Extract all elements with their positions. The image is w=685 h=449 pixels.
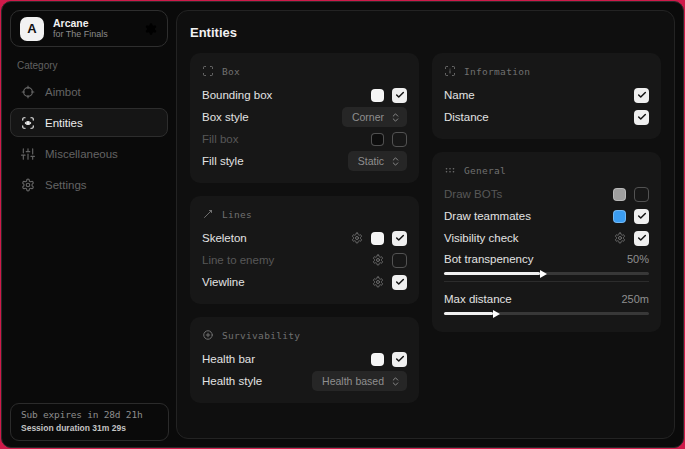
row-label: Draw BOTs (444, 188, 502, 200)
brand-title: Arcane (53, 17, 108, 29)
brand-card: A Arcane for The Finals (10, 10, 168, 47)
gear-icon[interactable] (144, 22, 158, 36)
row-label: Fill style (202, 155, 244, 167)
card-title: Survivability (222, 330, 300, 341)
dropdown-box-style[interactable]: Corner (342, 107, 407, 127)
sidebar-item-settings[interactable]: Settings (10, 170, 168, 199)
gear-icon[interactable] (614, 232, 626, 244)
row-label: Health style (202, 375, 262, 387)
color-swatch[interactable] (371, 89, 384, 102)
row-label: Distance (444, 111, 489, 123)
slider-fill (444, 312, 493, 315)
health-cross-icon (202, 329, 214, 341)
row-label: Viewline (202, 276, 245, 288)
card-header: Box (202, 65, 407, 77)
app-window: A Arcane for The Finals Category AimbotE… (1, 1, 684, 448)
row-controls (351, 231, 407, 246)
checkbox[interactable] (392, 275, 407, 290)
sliders-icon (21, 147, 35, 161)
sidebar-item-label: Aimbot (45, 86, 81, 98)
setting-row: Fill styleStatic (202, 150, 407, 172)
checkbox[interactable] (392, 253, 407, 268)
slider-value: 50% (627, 253, 649, 265)
gear-icon[interactable] (372, 276, 384, 288)
sidebar-item-aimbot[interactable]: Aimbot (10, 77, 168, 106)
crosshair-icon (21, 85, 35, 99)
color-swatch[interactable] (371, 232, 384, 245)
checkbox[interactable] (392, 352, 407, 367)
slider-label-row: Max distance250m (444, 290, 649, 308)
color-swatch[interactable] (371, 353, 384, 366)
dropdown-health-style[interactable]: Health based (312, 371, 407, 391)
main-panel: Entities BoxBounding boxBox styleCornerF… (176, 10, 675, 439)
grid-dots-icon (444, 164, 456, 176)
sidebar-item-entities[interactable]: Entities (10, 108, 168, 137)
card-header: Information (444, 65, 649, 77)
checkbox[interactable] (634, 231, 649, 246)
color-swatch[interactable] (613, 210, 626, 223)
setting-row: Draw teammates (444, 205, 649, 227)
row-label: Max distance (444, 293, 512, 305)
gear-icon[interactable] (351, 232, 363, 244)
category-label: Category (17, 60, 168, 71)
sub-expiry-text: Sub expires in 28d 21h (21, 409, 158, 420)
card-header: Lines (202, 208, 407, 220)
checkbox[interactable] (392, 132, 407, 147)
setting-row: Name (444, 84, 649, 106)
setting-row: Viewline (202, 271, 407, 293)
scan-info-icon (444, 65, 456, 77)
brand-initial: A (27, 21, 36, 36)
row-controls (372, 253, 407, 268)
row-controls (613, 187, 649, 202)
brand-subtitle: for The Finals (53, 29, 108, 39)
slider-row-5: Max distance250m (444, 290, 649, 315)
session-duration-text: Session duration 31m 29s (21, 423, 158, 433)
card-title: General (464, 165, 506, 176)
slider-value: 250m (621, 293, 649, 305)
slider-label-row: Bot transpenency50% (444, 250, 649, 268)
slider-row-3: Bot transpenency50% (444, 250, 649, 275)
gear-icon[interactable] (372, 254, 384, 266)
row-controls (614, 231, 649, 246)
card-box: BoxBounding boxBox styleCornerFill boxFi… (190, 53, 419, 183)
row-label: Health bar (202, 353, 255, 365)
card-title: Box (222, 66, 240, 77)
row-label: Box style (202, 111, 249, 123)
checkbox[interactable] (634, 209, 649, 224)
checkbox[interactable] (392, 88, 407, 103)
card-information: InformationNameDistance (432, 53, 661, 139)
slider-track[interactable] (444, 312, 649, 315)
row-controls (613, 209, 649, 224)
brand-text: Arcane for The Finals (53, 17, 108, 39)
slider-track[interactable] (444, 272, 649, 275)
page-title: Entities (190, 25, 661, 40)
cards-grid: BoxBounding boxBox styleCornerFill boxFi… (190, 53, 661, 403)
card-title: Lines (222, 209, 252, 220)
sidebar-item-label: Miscellaneous (45, 148, 118, 160)
setting-row: Line to enemy (202, 249, 407, 271)
setting-row: Skeleton (202, 227, 407, 249)
sidebar-item-label: Settings (45, 179, 87, 191)
row-controls (371, 88, 407, 103)
subscription-card: Sub expires in 28d 21h Session duration … (10, 403, 169, 441)
row-label: Draw teammates (444, 210, 531, 222)
setting-row: Health styleHealth based (202, 370, 407, 392)
setting-row: Draw BOTs (444, 183, 649, 205)
row-label: Bot transpenency (444, 253, 534, 265)
checkbox[interactable] (634, 88, 649, 103)
checkbox[interactable] (634, 110, 649, 125)
checkbox[interactable] (392, 231, 407, 246)
card-survivability: SurvivabilityHealth barHealth styleHealt… (190, 317, 419, 403)
slider-thumb[interactable] (540, 270, 547, 278)
row-controls (371, 352, 407, 367)
slider-thumb[interactable] (493, 310, 500, 318)
scan-box-icon (202, 65, 214, 77)
color-swatch[interactable] (371, 133, 384, 146)
brand-logo: A (20, 17, 44, 41)
checkbox[interactable] (634, 187, 649, 202)
dropdown-value: Corner (352, 111, 384, 123)
color-swatch[interactable] (613, 188, 626, 201)
sidebar-nav: AimbotEntitiesMiscellaneousSettings (10, 77, 168, 199)
dropdown-fill-style[interactable]: Static (348, 151, 407, 171)
sidebar-item-miscellaneous[interactable]: Miscellaneous (10, 139, 168, 168)
